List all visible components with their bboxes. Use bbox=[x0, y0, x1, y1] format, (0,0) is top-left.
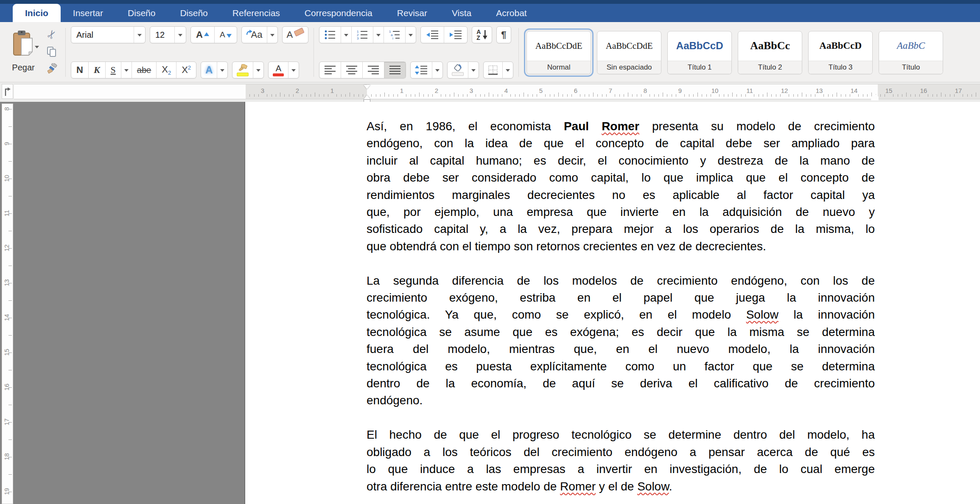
font-color-bar bbox=[273, 73, 284, 76]
text-line[interactable]: crecimiento exógeno, estriba en el papel… bbox=[367, 289, 875, 306]
superscript-button[interactable]: X2 bbox=[176, 62, 196, 78]
text-line[interactable]: La segunda diferencia de los modelos de … bbox=[367, 272, 875, 289]
decrease-indent-button[interactable] bbox=[421, 27, 444, 43]
text-effects-dropdown-arrow[interactable] bbox=[217, 62, 227, 78]
tab-revisar-6[interactable]: Revisar bbox=[385, 4, 440, 22]
shading-button[interactable] bbox=[448, 62, 468, 78]
font-family-dropdown-arrow[interactable] bbox=[134, 27, 145, 43]
ruler-tick bbox=[724, 94, 724, 97]
sort-button[interactable]: AZ bbox=[472, 26, 492, 43]
change-case-control: Aa bbox=[241, 26, 278, 43]
highlight-dropdown-arrow[interactable] bbox=[253, 62, 263, 78]
borders-dropdown-arrow[interactable] bbox=[503, 62, 513, 78]
horizontal-ruler[interactable]: 3211234567891011121314151617 bbox=[14, 84, 980, 99]
shading-color-bar bbox=[452, 72, 464, 76]
text-line[interactable]: endógeno, con la idea de que el concepto… bbox=[367, 135, 875, 152]
grow-font-button[interactable]: A bbox=[191, 27, 215, 43]
text-line[interactable]: tecnológica se asume que es exógena; es … bbox=[367, 324, 875, 341]
ruler-tick bbox=[532, 94, 533, 97]
shading-dropdown-arrow[interactable] bbox=[468, 62, 479, 78]
text-line[interactable]: rendimientos marginales decrecientes no … bbox=[367, 187, 875, 204]
text-line[interactable]: fuera del modelo, mientras que, en el nu… bbox=[367, 341, 875, 358]
tab-insertar-1[interactable]: Insertar bbox=[61, 4, 115, 22]
tab-diseño-2[interactable]: Diseño bbox=[115, 4, 168, 22]
increase-indent-button[interactable] bbox=[444, 27, 467, 43]
align-center-button[interactable] bbox=[341, 62, 363, 78]
borders-button[interactable] bbox=[484, 62, 503, 78]
multilevel-dropdown-arrow[interactable] bbox=[406, 27, 416, 43]
style-chip-título-3[interactable]: AaBbCcDTítulo 3 bbox=[808, 31, 873, 74]
paste-dropdown-arrow[interactable] bbox=[35, 46, 39, 50]
underline-dropdown-arrow[interactable] bbox=[121, 62, 132, 78]
document-text[interactable]: Así, en 1986, el economista Paul Romer p… bbox=[367, 118, 875, 504]
copy-button[interactable] bbox=[43, 44, 60, 60]
justify-button[interactable] bbox=[384, 62, 406, 78]
ruler-number: 11 bbox=[3, 208, 10, 219]
tab-acrobat-8[interactable]: Acrobat bbox=[484, 4, 539, 22]
tab-correspondencia-5[interactable]: Correspondencia bbox=[292, 4, 385, 22]
show-paragraph-marks-button[interactable]: ¶ bbox=[496, 26, 511, 43]
change-case-button[interactable]: Aa bbox=[242, 27, 267, 43]
text-line[interactable]: que, por ejemplo, una empresa que invier… bbox=[367, 204, 875, 221]
tab-referencias-4[interactable]: Referencias bbox=[220, 4, 292, 22]
numbering-button[interactable]: 1 2 3 bbox=[352, 27, 373, 43]
document-page[interactable]: Así, en 1986, el economista Paul Romer p… bbox=[245, 102, 980, 504]
line-spacing-dropdown-arrow[interactable] bbox=[432, 62, 442, 78]
style-chip-título-2[interactable]: AaBbCcTítulo 2 bbox=[738, 31, 802, 74]
font-size-select[interactable]: 12 bbox=[150, 26, 186, 43]
text-effects-button[interactable]: A bbox=[201, 62, 217, 78]
ruler-tick bbox=[467, 94, 468, 97]
paragraph-1: Así, en 1986, el economista Paul Romer p… bbox=[367, 118, 875, 255]
text-line[interactable]: incluir al capital humano; es decir, el … bbox=[367, 152, 875, 169]
format-painter-button[interactable] bbox=[43, 61, 60, 77]
text-line[interactable]: obligado a los teóricos del crecimiento … bbox=[367, 444, 875, 461]
font-size-dropdown-arrow[interactable] bbox=[174, 27, 186, 43]
style-chip-título[interactable]: AaBbCTítulo bbox=[879, 31, 943, 74]
bullets-button[interactable] bbox=[319, 27, 341, 43]
underline-button[interactable]: S bbox=[106, 62, 121, 78]
vertical-ruler[interactable]: 8910111213141516171819 bbox=[2, 104, 13, 504]
text-line[interactable]: sofisticado capital y, a la vez, prepara… bbox=[367, 221, 875, 238]
change-case-dropdown-arrow[interactable] bbox=[267, 27, 277, 43]
bullets-dropdown-arrow[interactable] bbox=[341, 27, 352, 43]
subscript-button[interactable]: X2 bbox=[157, 62, 176, 78]
tab-diseño-3[interactable]: Diseño bbox=[168, 4, 220, 22]
highlight-button[interactable] bbox=[232, 62, 253, 78]
tab-vista-7[interactable]: Vista bbox=[440, 4, 484, 22]
cut-button[interactable]: ✂ bbox=[43, 26, 60, 42]
text-line[interactable]: otra diferencia entre este modelo de Rom… bbox=[367, 478, 875, 495]
text-line[interactable]: lo que induce a las empresas a invertir … bbox=[367, 461, 875, 478]
ruler-tick bbox=[941, 92, 941, 97]
shrink-font-button[interactable]: A bbox=[215, 27, 237, 43]
ruler-tick bbox=[597, 94, 598, 97]
line-spacing-button[interactable] bbox=[411, 62, 432, 78]
hanging-indent-marker[interactable] bbox=[364, 92, 370, 99]
text-line[interactable]: dentro de la economía, de aquí se deriva… bbox=[367, 375, 875, 392]
style-chip-normal[interactable]: AaBbCcDdENormal bbox=[526, 31, 591, 74]
numbering-dropdown-arrow[interactable] bbox=[373, 27, 384, 43]
bold-button[interactable]: N bbox=[71, 62, 89, 78]
text-line[interactable]: Así, en 1986, el economista Paul Romer p… bbox=[367, 118, 875, 135]
style-chip-título-1[interactable]: AaBbCcDTítulo 1 bbox=[667, 31, 732, 74]
style-chip-sin-espaciado[interactable]: AaBbCcDdESin espaciado bbox=[597, 31, 661, 74]
clear-formatting-button[interactable]: A bbox=[282, 26, 309, 43]
tab-inicio-0[interactable]: Inicio bbox=[13, 4, 61, 22]
ruler-tick bbox=[667, 94, 667, 97]
font-color-dropdown-arrow[interactable] bbox=[288, 62, 299, 78]
font-color-button[interactable]: A bbox=[269, 62, 288, 78]
ruler-tick bbox=[358, 94, 359, 97]
text-line[interactable]: tecnológica es puesta explícitamente com… bbox=[367, 358, 875, 375]
italic-button[interactable]: K bbox=[89, 62, 106, 78]
text-line[interactable]: obra debe ser considerado como capital, … bbox=[367, 169, 875, 186]
text-line[interactable]: que obtendrá con el tiempo son retornos … bbox=[367, 238, 875, 255]
align-left-button[interactable] bbox=[319, 62, 341, 78]
text-line[interactable]: tecnológica. Ya que, como se explicó, en… bbox=[367, 306, 875, 323]
text-line[interactable]: endógeno. bbox=[367, 392, 875, 409]
align-right-button[interactable] bbox=[363, 62, 384, 78]
text-line[interactable]: El hecho de que el progreso tecnológico … bbox=[367, 426, 875, 443]
tab-selector-button[interactable] bbox=[2, 84, 13, 99]
paste-button[interactable] bbox=[7, 25, 40, 62]
font-family-select[interactable]: Arial bbox=[71, 26, 146, 43]
multilevel-list-button[interactable]: 1 a i bbox=[384, 27, 406, 43]
strikethrough-button[interactable]: abe bbox=[132, 62, 157, 78]
